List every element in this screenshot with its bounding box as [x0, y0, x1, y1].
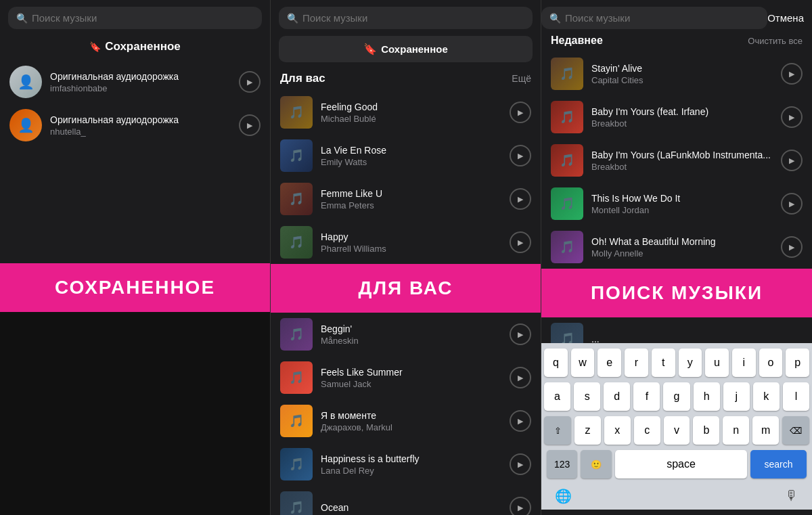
key-emoji[interactable]: 🙂: [581, 450, 611, 478]
key-p[interactable]: p: [786, 349, 809, 377]
track-item[interactable]: 👤 Оригинальная аудиодорожка imfashionbab…: [0, 60, 270, 104]
foryou-search-input[interactable]: [302, 12, 524, 24]
play-button[interactable]: ▶: [510, 367, 531, 388]
track-thumbnail: 👤: [9, 109, 42, 141]
keyboard-row-2: a s d f g h j k l: [544, 382, 809, 411]
play-button[interactable]: ▶: [781, 150, 803, 171]
key-c[interactable]: c: [634, 416, 660, 445]
play-button[interactable]: ▶: [510, 323, 531, 345]
key-s[interactable]: s: [574, 382, 600, 411]
track-item[interactable]: 🎵 Feeling Good Michael Bublé ▶: [271, 91, 541, 134]
key-t[interactable]: t: [652, 349, 675, 377]
track-info: ...: [591, 334, 803, 343]
key-j[interactable]: j: [723, 382, 750, 411]
track-item[interactable]: 🎵 Ocean ▶: [271, 486, 541, 515]
key-z[interactable]: z: [574, 416, 601, 445]
track-thumbnail: 🎵: [280, 491, 313, 515]
track-item[interactable]: 🎵 Happy Pharrell Williams ▶: [271, 221, 541, 264]
search-input[interactable]: [565, 12, 759, 24]
key-numeric[interactable]: 123: [547, 450, 577, 478]
play-button[interactable]: ▶: [510, 410, 531, 432]
foryou-bottom-tracks: 🎵 Beggin' Måneskin ▶ 🎵 Feels Like Summer…: [271, 313, 541, 515]
key-o[interactable]: o: [759, 349, 783, 377]
track-artist: Джарахов, Markul: [321, 422, 501, 432]
track-thumbnail: 🎵: [280, 139, 313, 172]
key-m[interactable]: m: [752, 416, 779, 445]
play-button[interactable]: ▶: [510, 453, 531, 475]
cancel-button[interactable]: Отмена: [767, 12, 804, 24]
key-v[interactable]: v: [664, 416, 690, 445]
bookmark-icon: 🔖: [89, 41, 101, 52]
key-n[interactable]: n: [723, 416, 749, 445]
saved-banner: СОХРАНЕННОЕ: [0, 263, 270, 312]
key-k[interactable]: k: [753, 382, 780, 411]
track-item[interactable]: 🎵 ...: [541, 317, 812, 343]
track-item[interactable]: 🎵 Femme Like U Emma Peters ▶: [271, 177, 541, 221]
play-button[interactable]: ▶: [510, 102, 531, 123]
track-item[interactable]: 👤 Оригинальная аудиодорожка nhutella_ ▶: [0, 104, 270, 147]
play-button[interactable]: ▶: [781, 193, 803, 215]
play-button[interactable]: ▶: [239, 114, 261, 136]
foryou-tab[interactable]: 🔖 Сохраненное: [279, 36, 533, 62]
track-item[interactable]: 🎵 Oh! What a Beautiful Morning Molly Ann…: [541, 225, 812, 269]
track-thumbnail: 🎵: [551, 187, 583, 220]
track-item[interactable]: 🎵 Happiness is a butterfly Lana Del Rey …: [271, 443, 541, 486]
key-l[interactable]: l: [783, 382, 809, 411]
play-button[interactable]: ▶: [510, 188, 531, 210]
track-thumbnail: 🎵: [551, 144, 583, 177]
track-info: Baby I'm Yours (LaFunkMob Instrumenta...…: [591, 150, 773, 172]
track-item[interactable]: 🎵 La Vie En Rose Emily Watts ▶: [271, 134, 541, 177]
track-item[interactable]: 🎵 This Is How We Do It Montell Jordan ▶: [541, 182, 812, 225]
play-button[interactable]: ▶: [510, 231, 531, 253]
key-x[interactable]: x: [604, 416, 631, 445]
key-backspace[interactable]: ⌫: [782, 416, 809, 445]
key-f[interactable]: f: [633, 382, 660, 411]
globe-icon[interactable]: 🌐: [555, 488, 572, 504]
key-d[interactable]: d: [604, 382, 630, 411]
track-title: This Is How We Do It: [591, 193, 773, 204]
play-button[interactable]: ▶: [781, 236, 803, 258]
play-button[interactable]: ▶: [510, 145, 531, 166]
search-icon: 🔍: [16, 13, 28, 24]
track-thumbnail: 🎵: [551, 323, 583, 343]
track-item[interactable]: 🎵 Feels Like Summer Samuel Jack ▶: [271, 356, 541, 399]
key-b[interactable]: b: [693, 416, 719, 445]
key-h[interactable]: h: [694, 382, 720, 411]
key-a[interactable]: a: [544, 382, 570, 411]
play-button[interactable]: ▶: [510, 497, 531, 515]
play-button[interactable]: ▶: [239, 71, 261, 93]
foryou-search-bar[interactable]: 🔍: [279, 7, 533, 29]
saved-search-bar[interactable]: 🔍: [8, 7, 262, 29]
track-title: Baby I'm Yours (feat. Irfane): [591, 106, 773, 117]
track-artist: Montell Jordan: [591, 205, 773, 215]
mic-icon[interactable]: 🎙: [785, 488, 798, 504]
clear-all-button[interactable]: Очистить все: [748, 36, 803, 46]
search-input-wrap[interactable]: 🔍: [541, 7, 767, 29]
key-y[interactable]: y: [679, 349, 702, 377]
key-space[interactable]: space: [615, 450, 747, 478]
saved-header: 🔖 Сохраненное: [0, 36, 270, 60]
track-thumbnail: 🎵: [280, 226, 313, 259]
track-item[interactable]: 🎵 Я в моменте Джарахов, Markul ▶: [271, 399, 541, 443]
track-item[interactable]: 🎵 Baby I'm Yours (feat. Irfane) Breakbot…: [541, 95, 812, 139]
track-title: Happiness is a butterfly: [321, 453, 501, 464]
key-g[interactable]: g: [663, 382, 690, 411]
key-w[interactable]: w: [571, 349, 595, 377]
key-u[interactable]: u: [705, 349, 729, 377]
key-q[interactable]: q: [544, 349, 568, 377]
more-button[interactable]: Ещё: [512, 73, 531, 84]
play-button[interactable]: ▶: [781, 63, 803, 85]
saved-search-input[interactable]: [32, 12, 254, 24]
track-item[interactable]: 🎵 Stayin' Alive Capital Cities ▶: [541, 52, 812, 95]
partial-track-area: 🎵 ...: [541, 317, 812, 343]
key-search[interactable]: search: [750, 450, 807, 478]
key-i[interactable]: i: [732, 349, 756, 377]
keyboard-row-3: ⇧ z x c v b n m ⌫: [544, 416, 809, 445]
key-shift[interactable]: ⇧: [544, 416, 571, 445]
key-r[interactable]: r: [625, 349, 648, 377]
track-item[interactable]: 🎵 Beggin' Måneskin ▶: [271, 313, 541, 356]
track-item[interactable]: 🎵 Baby I'm Yours (LaFunkMob Instrumenta.…: [541, 139, 812, 182]
keyboard: q w e r t y u i o p a s d f g h j k l ⇧ …: [541, 343, 812, 510]
key-e[interactable]: e: [597, 349, 621, 377]
play-button[interactable]: ▶: [781, 106, 803, 128]
